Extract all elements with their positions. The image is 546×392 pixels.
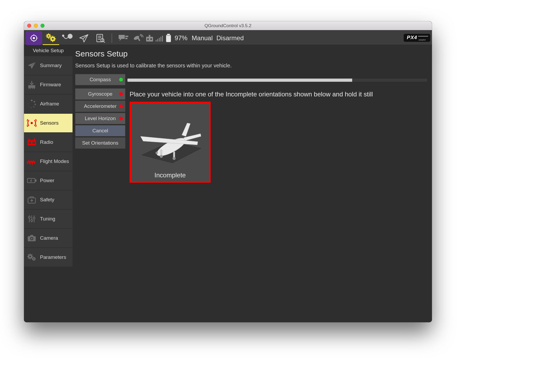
instruction-text: Place your vehicle into one of the Incom… (130, 90, 427, 99)
svg-point-39 (31, 122, 33, 124)
sidebar-item-label: Airframe (40, 101, 59, 107)
level-horizon-button-label: Level Horizon (85, 116, 116, 121)
accelerometer-button[interactable]: Accelerometer (75, 101, 125, 112)
cancel-button[interactable]: Cancel (75, 125, 125, 136)
svg-marker-63 (182, 123, 190, 136)
sidebar-item-camera[interactable]: Camera (24, 229, 73, 247)
plan-view-button[interactable]: B (59, 31, 76, 45)
vehicle-orientation-icon (131, 107, 209, 168)
analyze-view-button[interactable] (92, 31, 109, 45)
svg-rect-14 (138, 38, 140, 41)
battery-button[interactable]: 97% (164, 31, 189, 45)
svg-point-50 (29, 217, 30, 218)
set-orientations-button[interactable]: Set Orientations (75, 137, 125, 149)
svg-point-59 (33, 258, 35, 260)
compass-button[interactable]: Compass (75, 74, 125, 85)
calibration-progress (127, 79, 427, 82)
flight-mode-label[interactable]: Manual (192, 34, 213, 42)
svg-point-51 (31, 220, 33, 222)
sidebar-item-radio[interactable]: Radio (24, 133, 73, 152)
sidebar-title: Vehicle Setup (24, 45, 73, 56)
main-content: Sensors Setup Sensors Setup is used to c… (73, 45, 432, 322)
wave-icon (27, 156, 37, 166)
svg-point-43 (29, 142, 30, 143)
armed-state-label[interactable]: Disarmed (216, 34, 244, 42)
sidebar-item-flight-modes[interactable]: Flight Modes (24, 152, 73, 171)
radio-controller-icon (27, 137, 37, 147)
svg-rect-46 (34, 138, 35, 140)
sidebar-item-parameters[interactable]: Parameters (24, 248, 73, 267)
page-title: Sensors Setup (75, 49, 427, 58)
svg-rect-11 (125, 36, 128, 37)
svg-point-55 (31, 238, 33, 239)
messages-button[interactable] (115, 31, 131, 45)
app-logo-button[interactable] (26, 31, 42, 45)
sidebar-item-sensors[interactable]: Sensors (24, 114, 73, 132)
battery-percent: 97% (175, 34, 187, 42)
svg-point-52 (33, 217, 35, 219)
chip-download-icon (27, 80, 37, 90)
sliders-icon (27, 214, 37, 224)
svg-point-37 (28, 106, 29, 107)
sidebar-item-label: Camera (40, 235, 58, 241)
page-subtitle: Sensors Setup is used to calibrate the s… (75, 63, 427, 69)
svg-rect-22 (160, 37, 161, 42)
orientation-tile[interactable]: Incomplete (130, 102, 211, 183)
sidebar-item-summary[interactable]: Summary (24, 56, 73, 75)
compass-button-label: Compass (90, 77, 111, 83)
status-dot-red (119, 104, 123, 108)
sidebar-item-tuning[interactable]: Tuning (24, 210, 73, 228)
setup-view-button[interactable] (43, 31, 59, 45)
sidebar-item-label: Power (40, 178, 54, 183)
svg-point-38 (27, 103, 29, 104)
svg-rect-45 (29, 138, 30, 140)
svg-point-1 (33, 37, 35, 39)
svg-point-5 (52, 38, 54, 40)
rc-button[interactable] (145, 31, 164, 45)
svg-rect-48 (35, 180, 36, 181)
sidebar-item-airframe[interactable]: Airframe (24, 95, 73, 113)
status-dot-red (119, 117, 123, 120)
sidebar-item-power[interactable]: Power (24, 171, 73, 190)
svg-point-32 (31, 100, 33, 101)
level-horizon-button[interactable]: Level Horizon (75, 113, 125, 124)
svg-rect-30 (418, 36, 428, 36)
status-dot-red (119, 92, 123, 96)
orientation-status-label: Incomplete (154, 172, 186, 179)
svg-point-69 (156, 152, 158, 154)
svg-rect-16 (149, 35, 150, 37)
svg-point-33 (34, 101, 35, 103)
cancel-button-label: Cancel (92, 128, 108, 134)
sidebar-item-safety[interactable]: Safety (24, 190, 73, 209)
sidebar-item-label: Safety (40, 197, 54, 203)
gyroscope-button-label: Gyroscope (88, 91, 113, 97)
svg-text:PX4: PX4 (407, 35, 417, 40)
svg-rect-20 (157, 39, 158, 42)
accelerometer-button-label: Accelerometer (84, 103, 117, 109)
svg-text:B: B (69, 35, 71, 38)
sensors-icon (27, 118, 37, 128)
gps-button[interactable] (131, 31, 145, 45)
svg-point-18 (150, 38, 152, 40)
svg-point-4 (48, 35, 49, 37)
fly-view-button[interactable] (76, 31, 92, 45)
sidebar-item-label: Firmware (40, 82, 61, 88)
sidebar-item-label: Flight Modes (40, 158, 69, 164)
toolbar-separator (111, 33, 112, 43)
sidebar-item-label: Tuning (40, 216, 55, 222)
window-title: QGroundControl v3.5.2 (24, 23, 432, 28)
svg-point-34 (34, 104, 36, 105)
paper-plane-icon (27, 60, 37, 71)
gyroscope-button[interactable]: Gyroscope (75, 88, 125, 100)
px4-brand-logo: PX4autopilot (404, 33, 430, 43)
sidebar-item-label: Parameters (40, 254, 66, 260)
titlebar: QGroundControl v3.5.2 (24, 21, 432, 30)
sidebar-item-label: Radio (40, 139, 53, 145)
svg-rect-15 (146, 37, 153, 42)
sidebar-item-firmware[interactable]: Firmware (24, 75, 73, 94)
svg-point-68 (173, 157, 175, 160)
svg-point-44 (33, 142, 34, 143)
svg-rect-26 (167, 36, 170, 41)
svg-point-57 (29, 256, 31, 257)
vehicle-setup-sidebar: Vehicle Setup Summary Firmware Airframe … (24, 45, 73, 322)
